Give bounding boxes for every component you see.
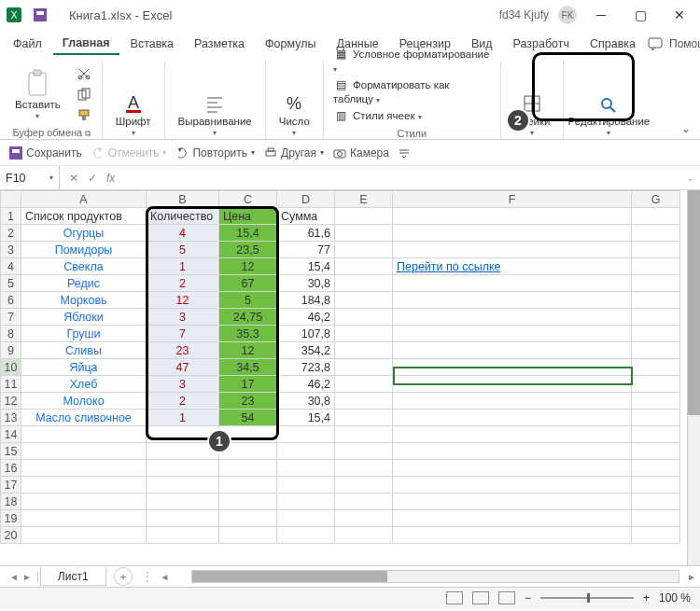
row-header[interactable]: 8 (1, 326, 21, 342)
cell[interactable]: Яйца (21, 359, 147, 376)
cell[interactable] (147, 527, 219, 544)
col-header-A[interactable]: A (21, 191, 147, 208)
format-as-table-button[interactable]: ▤ Форматировать как таблицу ▾ (333, 76, 491, 104)
cell[interactable] (147, 493, 219, 510)
cell[interactable] (632, 258, 680, 275)
cell[interactable]: 1 (147, 258, 219, 275)
col-header-C[interactable]: C (219, 191, 277, 208)
cell[interactable]: 34,5 (219, 359, 277, 376)
cell[interactable] (632, 309, 680, 326)
enter-formula-icon[interactable]: ✓ (88, 172, 97, 185)
zoom-level[interactable]: 100 % (659, 591, 691, 604)
cell[interactable] (632, 326, 680, 342)
cell[interactable]: 5 (219, 292, 277, 309)
cell[interactable] (393, 410, 632, 426)
row-header[interactable]: 17 (1, 477, 21, 493)
cell[interactable] (219, 493, 277, 510)
cell[interactable] (632, 410, 680, 426)
row-header[interactable]: 5 (1, 275, 21, 292)
cell[interactable] (335, 275, 393, 292)
cell[interactable]: 723,8 (277, 359, 335, 376)
cut-icon[interactable] (76, 65, 92, 82)
copy-icon[interactable] (76, 86, 92, 103)
cell[interactable] (335, 493, 393, 510)
cell[interactable]: Груши (21, 326, 147, 342)
cell[interactable] (335, 242, 393, 258)
cell[interactable] (277, 443, 335, 460)
row-header[interactable]: 11 (1, 376, 21, 393)
cell[interactable]: 3 (147, 309, 219, 326)
avatar[interactable]: FK (558, 6, 577, 24)
cell[interactable] (277, 460, 335, 477)
tab-insert[interactable]: Вставка (121, 34, 183, 54)
cell[interactable] (21, 443, 147, 460)
name-box[interactable]: F10▾ (0, 166, 60, 189)
cell[interactable] (147, 460, 219, 477)
cell[interactable] (632, 208, 680, 225)
cell[interactable]: Редис (21, 275, 147, 292)
cell[interactable] (632, 342, 680, 359)
cell[interactable] (335, 393, 393, 410)
cell[interactable] (335, 208, 393, 225)
cell[interactable] (393, 275, 632, 292)
alignment-button[interactable]: Выравнивание▾ (175, 91, 256, 139)
cell[interactable]: 12 (147, 292, 219, 309)
font-button[interactable]: A Шрифт▾ (112, 91, 155, 139)
row-header[interactable]: 1 (1, 208, 21, 225)
cell[interactable]: 30,8 (277, 393, 335, 410)
sheet-tab-1[interactable]: Лист1 (40, 568, 106, 586)
cell[interactable] (219, 460, 277, 477)
cell[interactable]: Цена (219, 208, 277, 225)
cell[interactable] (632, 242, 680, 258)
cell[interactable]: 12 (219, 342, 277, 359)
cell[interactable] (21, 477, 147, 493)
cell[interactable] (393, 359, 632, 376)
cell[interactable]: 3 (147, 376, 219, 393)
col-header-D[interactable]: D (277, 191, 335, 208)
cell[interactable] (632, 510, 680, 527)
cell[interactable] (335, 527, 393, 544)
cell[interactable] (632, 359, 680, 376)
cell[interactable]: 23 (147, 342, 219, 359)
cell[interactable] (393, 242, 632, 258)
cell[interactable]: Масло сливочное (21, 410, 147, 426)
tab-layout[interactable]: Разметка (185, 34, 254, 54)
cell[interactable]: Сумма (277, 208, 335, 225)
cell[interactable]: Молоко (21, 393, 147, 410)
row-header[interactable]: 7 (1, 309, 21, 326)
row-header[interactable]: 3 (1, 242, 21, 258)
cell[interactable] (393, 309, 632, 326)
cell[interactable]: 12 (219, 258, 277, 275)
cell[interactable] (632, 443, 680, 460)
row-header[interactable]: 13 (1, 410, 21, 426)
qat-other[interactable]: Другая ▾ (264, 146, 324, 160)
cell[interactable] (393, 393, 632, 410)
cell[interactable] (335, 326, 393, 342)
col-header-F[interactable]: F (393, 191, 632, 208)
help-link[interactable]: Помощь (669, 37, 700, 50)
cell[interactable] (393, 460, 632, 477)
row-header[interactable]: 6 (1, 292, 21, 309)
cell[interactable] (632, 460, 680, 477)
conditional-formatting-button[interactable]: ▦ Условное форматирование ▾ (333, 46, 491, 74)
cell[interactable] (632, 225, 680, 242)
cell-styles-button[interactable]: ▥ Стили ячеек ▾ (333, 107, 422, 124)
cell[interactable] (335, 410, 393, 426)
paste-button[interactable]: Вставить ▾ (11, 67, 64, 122)
cell[interactable] (21, 527, 147, 544)
cell[interactable]: 54 (219, 410, 277, 426)
row-header[interactable]: 12 (1, 393, 21, 410)
worksheet-grid[interactable]: ABCDEFG1Список продуктовКоличествоЦенаСу… (0, 190, 700, 565)
cell[interactable]: Яблоки (21, 309, 147, 326)
view-pagebreak-icon[interactable] (498, 591, 515, 604)
cell[interactable] (21, 493, 147, 510)
editing-button[interactable]: Редактирование▾ (564, 95, 653, 139)
cell[interactable]: 46,2 (277, 309, 335, 326)
cell[interactable]: Огурцы (21, 225, 147, 242)
cell[interactable] (632, 493, 680, 510)
cell[interactable]: 354,2 (277, 342, 335, 359)
row-header[interactable]: 19 (1, 510, 21, 527)
cell[interactable]: 15,4 (219, 225, 277, 242)
cell[interactable] (393, 426, 632, 443)
row-header[interactable]: 2 (1, 225, 21, 242)
